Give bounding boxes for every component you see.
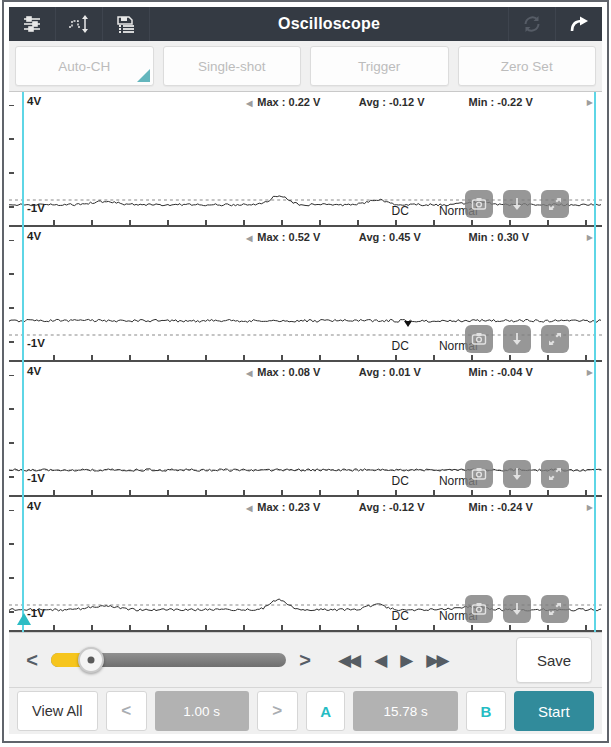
dropdown-corner-triangle bbox=[137, 69, 150, 82]
left-cursor-line[interactable] bbox=[22, 362, 24, 497]
page-title: Oscilloscope bbox=[150, 7, 508, 41]
save-record-button[interactable] bbox=[103, 7, 150, 41]
rewind-button[interactable]: ◀◀ bbox=[332, 646, 364, 675]
channel-overlay-buttons bbox=[465, 595, 569, 623]
max-value: ◀Max : 0.52 V bbox=[246, 231, 320, 243]
zero-set-button[interactable]: Zero Set bbox=[458, 46, 597, 86]
min-value: Min : -0.04 V bbox=[469, 366, 533, 378]
arrow-down-icon bbox=[509, 466, 525, 482]
tune-button[interactable] bbox=[9, 7, 56, 41]
coupling-label: DC bbox=[391, 204, 408, 218]
timebase-decrease-button[interactable]: < bbox=[106, 691, 147, 731]
refresh-button[interactable] bbox=[508, 7, 555, 41]
refresh-icon bbox=[521, 13, 543, 35]
single-shot-button[interactable]: Single-shot bbox=[163, 46, 302, 86]
trigger-button[interactable]: Trigger bbox=[310, 46, 449, 86]
chevron-right-icon[interactable]: ▶ bbox=[587, 503, 593, 512]
cursor-b-button[interactable]: B bbox=[466, 691, 505, 731]
fullscreen-icon bbox=[547, 466, 563, 482]
bottom-scale-label: -1V bbox=[27, 472, 45, 484]
voltage-ticks bbox=[9, 92, 14, 227]
channel-list: 4V -1V ◀Max : 0.22 V Avg : -0.12 V Min :… bbox=[9, 91, 602, 632]
save-button[interactable]: Save bbox=[516, 637, 592, 683]
move-down-button[interactable] bbox=[503, 325, 531, 353]
coupling-label: DC bbox=[391, 609, 408, 623]
fullscreen-icon bbox=[547, 196, 563, 212]
right-cursor-line[interactable] bbox=[594, 497, 596, 632]
camera-icon bbox=[471, 196, 487, 212]
channel-panel-2[interactable]: 4V -1V ◀Max : 0.52 V Avg : 0.45 V Min : … bbox=[9, 227, 602, 362]
chevron-right-icon[interactable]: ▶ bbox=[587, 368, 593, 377]
avg-value: Avg : -0.12 V bbox=[359, 501, 425, 513]
step-back-button[interactable]: ◀ bbox=[368, 646, 390, 675]
camera-button[interactable] bbox=[465, 460, 493, 488]
chevron-left-icon[interactable]: ◀ bbox=[246, 504, 252, 513]
chevron-left-icon[interactable]: ◀ bbox=[246, 99, 252, 108]
move-down-button[interactable] bbox=[503, 595, 531, 623]
voltage-ticks bbox=[9, 227, 14, 362]
return-button[interactable] bbox=[555, 7, 602, 41]
fast-forward-button[interactable]: ▶▶ bbox=[420, 646, 452, 675]
waveform-scale-icon bbox=[68, 13, 90, 35]
chevron-right-icon[interactable]: ▶ bbox=[587, 98, 593, 107]
left-cursor-line[interactable] bbox=[22, 92, 24, 227]
timebase-value[interactable]: 1.00 s bbox=[155, 691, 249, 731]
max-value: ◀Max : 0.08 V bbox=[246, 366, 320, 378]
channel-panel-3[interactable]: 4V -1V ◀Max : 0.08 V Avg : 0.01 V Min : … bbox=[9, 362, 602, 497]
duration-value[interactable]: 15.78 s bbox=[353, 691, 458, 731]
chevron-right-icon[interactable]: ▶ bbox=[587, 233, 593, 242]
trigger-label: Trigger bbox=[358, 59, 400, 74]
camera-button[interactable] bbox=[465, 595, 493, 623]
right-cursor-line[interactable] bbox=[594, 92, 596, 227]
camera-icon bbox=[471, 331, 487, 347]
scroll-left-button[interactable]: < bbox=[19, 649, 45, 672]
step-forward-button[interactable]: ▶ bbox=[394, 646, 416, 675]
top-scale-label: 4V bbox=[27, 365, 41, 377]
right-cursor-line[interactable] bbox=[594, 227, 596, 362]
fullscreen-button[interactable] bbox=[541, 595, 569, 623]
coupling-label: DC bbox=[391, 339, 408, 353]
left-cursor-line[interactable] bbox=[22, 227, 24, 362]
move-down-button[interactable] bbox=[503, 190, 531, 218]
channel-panel-1[interactable]: 4V -1V ◀Max : 0.22 V Avg : -0.12 V Min :… bbox=[9, 92, 602, 227]
max-value: ◀Max : 0.22 V bbox=[246, 96, 320, 108]
channel-panel-4[interactable]: 4V -1V ◀Max : 0.23 V Avg : -0.12 V Min :… bbox=[9, 497, 602, 632]
waveform-scale-button[interactable] bbox=[56, 7, 103, 41]
top-bar: Oscilloscope bbox=[9, 7, 602, 41]
footer-bar: View All < 1.00 s > A 15.78 s B Start bbox=[9, 687, 602, 734]
move-down-button[interactable] bbox=[503, 460, 531, 488]
auto-ch-button[interactable]: Auto-CH bbox=[15, 46, 154, 86]
camera-icon bbox=[471, 466, 487, 482]
arrow-down-icon bbox=[509, 196, 525, 212]
right-cursor-line[interactable] bbox=[594, 362, 596, 497]
trace-marker-icon[interactable] bbox=[404, 321, 412, 327]
auto-ch-label: Auto-CH bbox=[58, 59, 110, 74]
top-scale-label: 4V bbox=[27, 500, 41, 512]
fullscreen-button[interactable] bbox=[541, 190, 569, 218]
trigger-level-marker-icon[interactable] bbox=[17, 613, 31, 625]
time-axis bbox=[9, 220, 602, 227]
view-all-button[interactable]: View All bbox=[17, 691, 98, 731]
fullscreen-icon bbox=[547, 331, 563, 347]
timebase-increase-button[interactable]: > bbox=[257, 691, 298, 731]
playback-buttons: ◀◀ ◀ ▶ ▶▶ bbox=[332, 646, 452, 675]
coupling-label: DC bbox=[391, 474, 408, 488]
camera-button[interactable] bbox=[465, 190, 493, 218]
fullscreen-button[interactable] bbox=[541, 325, 569, 353]
chevron-left-icon[interactable]: ◀ bbox=[246, 369, 252, 378]
cursor-a-button[interactable]: A bbox=[306, 691, 345, 731]
fullscreen-button[interactable] bbox=[541, 460, 569, 488]
bottom-scale-label: -1V bbox=[27, 337, 45, 349]
chevron-left-icon[interactable]: ◀ bbox=[246, 234, 252, 243]
channel-overlay-buttons bbox=[465, 325, 569, 353]
channel-overlay-buttons bbox=[465, 190, 569, 218]
position-slider[interactable] bbox=[51, 653, 286, 667]
left-cursor-line[interactable] bbox=[22, 497, 24, 632]
camera-button[interactable] bbox=[465, 325, 493, 353]
scroll-right-button[interactable]: > bbox=[292, 649, 318, 672]
time-axis bbox=[9, 625, 602, 632]
time-axis bbox=[9, 355, 602, 362]
start-button[interactable]: Start bbox=[514, 691, 594, 731]
arrow-down-icon bbox=[509, 601, 525, 617]
slider-thumb[interactable] bbox=[78, 647, 104, 673]
